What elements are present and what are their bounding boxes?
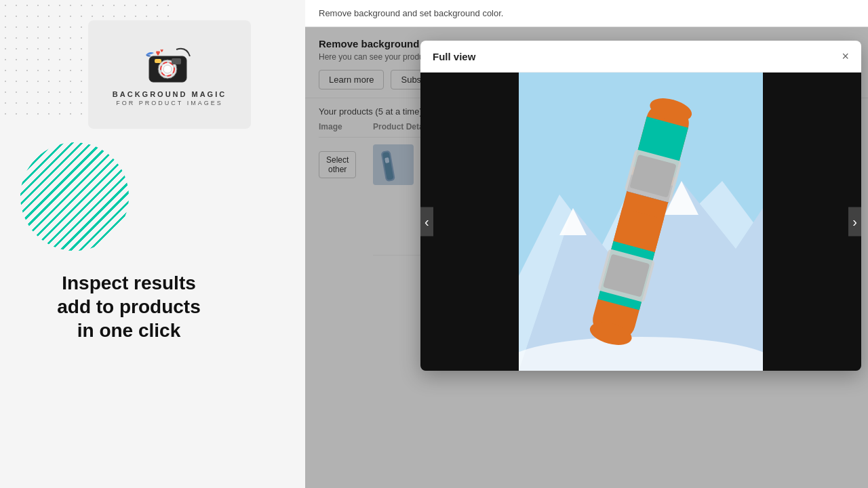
modal-body: ‹ › xyxy=(420,73,861,371)
snowboard-container: ‹ › xyxy=(420,73,861,371)
mountain-background xyxy=(519,73,763,371)
top-bar: Remove background and set background col… xyxy=(305,0,868,27)
left-panel: BACKGROUND MAGIC FOR PRODUCT IMAGES Insp… xyxy=(0,0,305,488)
modal-overlay: Full view × xyxy=(305,27,868,488)
svg-rect-5 xyxy=(155,59,161,63)
svg-point-3 xyxy=(163,65,172,73)
modal-header: Full view × xyxy=(420,41,861,73)
headline-text: Inspect resultsadd to productsin one cli… xyxy=(20,271,237,342)
modal-close-button[interactable]: × xyxy=(842,50,849,62)
logo-card: BACKGROUND MAGIC FOR PRODUCT IMAGES xyxy=(88,20,251,129)
modal-nav-left-button[interactable]: ‹ xyxy=(420,207,433,237)
app-area: Remove background Here you can see your … xyxy=(305,27,868,488)
black-right-panel xyxy=(763,73,861,371)
modal-nav-right-button[interactable]: › xyxy=(848,207,861,237)
top-bar-label: Remove background and set background col… xyxy=(319,8,503,18)
modal-title: Full view xyxy=(433,51,475,62)
logo-subtitle: FOR PRODUCT IMAGES xyxy=(116,100,222,106)
green-circle-decoration xyxy=(20,142,129,251)
svg-rect-6 xyxy=(172,58,181,64)
right-panel: Remove background and set background col… xyxy=(305,0,868,488)
full-view-modal: Full view × xyxy=(420,41,861,371)
black-left-panel xyxy=(420,73,519,371)
logo-title: BACKGROUND MAGIC xyxy=(113,90,226,98)
logo-icon xyxy=(139,43,200,90)
